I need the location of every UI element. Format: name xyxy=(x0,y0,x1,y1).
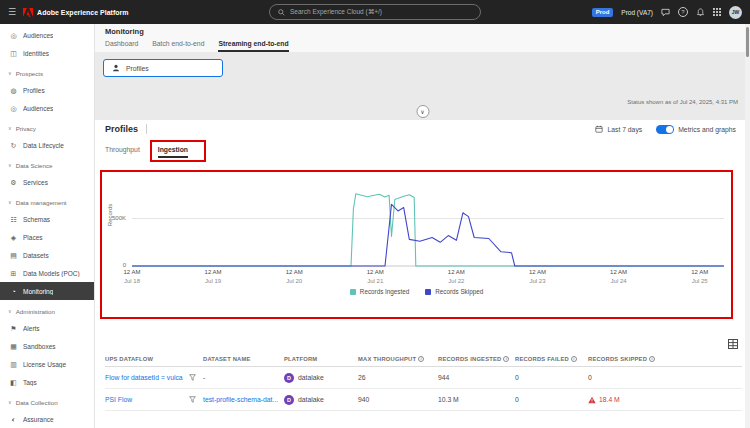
environment-badge[interactable]: Prod xyxy=(592,8,614,17)
tab-throughput[interactable]: Throughput xyxy=(105,146,140,158)
sidebar-item-data-models[interactable]: ⊞Data Models (POC) xyxy=(0,264,94,282)
data-lifecycle-icon: ↻ xyxy=(9,142,18,149)
table-row[interactable]: PSI Flow test-profile-schema-dat... Ddat… xyxy=(105,389,742,411)
feedback-icon[interactable] xyxy=(661,8,670,17)
search-placeholder: Search Experience Cloud (⌘+/) xyxy=(290,8,382,16)
topbar-right: Prod Prod (VA7) ? JW xyxy=(592,6,742,19)
x-tick: 12 AMJul 24 xyxy=(602,268,636,286)
tab-dashboard[interactable]: Dashboard xyxy=(105,40,138,52)
datasets-icon: ▤ xyxy=(9,252,18,259)
profiles-filter-chip[interactable]: Profiles xyxy=(103,59,223,77)
sidebar-item-assurance[interactable]: ◐Assurance xyxy=(0,410,94,428)
alerts-icon: ⚑ xyxy=(9,325,18,332)
sidebar-item-profiles[interactable]: ◍Profiles xyxy=(0,81,94,99)
date-range-picker[interactable]: Last 7 days xyxy=(595,125,642,133)
max-throughput-cell: 940 xyxy=(358,396,438,403)
dataset-cell: - xyxy=(203,374,284,381)
tab-streaming-end-to-end[interactable]: Streaming end-to-end xyxy=(218,40,288,52)
x-tick: 12 AMJul 22 xyxy=(439,268,473,286)
search-icon xyxy=(278,9,285,16)
hamburger-menu-icon[interactable]: ☰ xyxy=(8,8,16,17)
records-ingested-cell: 10.3 M xyxy=(438,396,515,403)
col-records-skipped: RECORDS SKIPPEDi xyxy=(588,356,742,362)
global-search-input[interactable]: Search Experience Cloud (⌘+/) xyxy=(269,4,481,20)
license-usage-icon: ▥ xyxy=(9,361,18,368)
filter-funnel-icon[interactable] xyxy=(189,396,203,403)
records-ingested-cell: 944 xyxy=(438,374,515,381)
sidebar-item-services[interactable]: ⚙Services xyxy=(0,173,94,191)
annotation-box-chart: Records 500K 0 12 AMJul 18 12 AMJul 19 1… xyxy=(100,170,733,319)
sidebar-item-sandboxes[interactable]: ▦Sandboxes xyxy=(0,337,94,355)
sidebar-item-schemas[interactable]: ☷Schemas xyxy=(0,210,94,228)
max-throughput-cell: 26 xyxy=(358,374,438,381)
sidebar-section-data-science[interactable]: ∨Data Science xyxy=(0,154,94,173)
sidebar-item-data-lifecycle[interactable]: ↻Data Lifecycle xyxy=(0,136,94,154)
apps-icon[interactable] xyxy=(713,8,721,16)
profiles-tabs: Throughput Ingestion xyxy=(105,146,188,158)
legend-swatch-teal xyxy=(350,289,356,295)
services-icon: ⚙ xyxy=(9,179,18,186)
sidebar-item-tags[interactable]: ◧Tags xyxy=(0,373,94,391)
status-text: Status shown as of Jul 24, 2025, 4:31 PM xyxy=(627,99,738,105)
bell-icon[interactable] xyxy=(696,8,705,17)
sidebar-section-prospects[interactable]: ∨Prospects xyxy=(0,62,94,81)
sidebar-item-alerts[interactable]: ⚑Alerts xyxy=(0,319,94,337)
col-records-failed: RECORDS FAILEDi xyxy=(515,356,588,362)
x-tick: 12 AMJul 21 xyxy=(358,268,392,286)
tags-icon: ◧ xyxy=(9,379,18,386)
page-scrollbar[interactable] xyxy=(745,24,750,428)
tab-ingestion[interactable]: Ingestion xyxy=(158,146,188,158)
sandboxes-icon: ▦ xyxy=(9,343,18,350)
dataflow-link[interactable]: PSI Flow xyxy=(105,396,189,403)
chevron-down-icon: ∨ xyxy=(8,400,12,405)
sidebar-item-identities[interactable]: ◫Identities xyxy=(0,44,94,62)
records-skipped-line xyxy=(132,204,724,266)
profiles-controls: Last 7 days Metrics and graphs xyxy=(595,125,736,134)
sidebar-section-administration[interactable]: ∨Administration xyxy=(0,300,94,319)
filter-funnel-icon[interactable] xyxy=(189,374,203,381)
records-failed-cell: 0 xyxy=(515,396,588,403)
sidebar-section-privacy[interactable]: ∨Privacy xyxy=(0,117,94,136)
collapse-section-button[interactable]: ∨ xyxy=(416,105,429,118)
datalake-icon: D xyxy=(284,373,294,383)
metrics-toggle[interactable] xyxy=(656,125,674,134)
chip-label: Profiles xyxy=(126,65,149,72)
monitoring-icon: ◔ xyxy=(9,288,18,295)
col-max-throughput: MAX THROUGHPUTi xyxy=(358,356,438,362)
top-bar: ☰ Adobe Experience Platform Search Exper… xyxy=(0,0,750,24)
sidebar-item-license-usage[interactable]: ▥License Usage xyxy=(0,355,94,373)
sidebar-item-places[interactable]: ◈Places xyxy=(0,228,94,246)
sidebar-item-datasets[interactable]: ▤Datasets xyxy=(0,246,94,264)
sandbox-name[interactable]: Prod (VA7) xyxy=(621,9,653,16)
sidebar-item-audiences-2[interactable]: ◎Audiences xyxy=(0,99,94,117)
dataflow-link[interactable]: Flow for datasetId = vulca xyxy=(105,374,189,381)
chart-legend: Records Ingested Records Skipped xyxy=(102,288,731,295)
platform-cell: Ddatalake xyxy=(284,373,358,383)
sidebar-item-audiences[interactable]: ◎Audiences xyxy=(0,26,94,44)
legend-records-skipped[interactable]: Records Skipped xyxy=(425,288,483,295)
dataset-link[interactable]: test-profile-schema-dat... xyxy=(203,396,284,403)
col-records-ingested: RECORDS INGESTEDi xyxy=(438,356,515,362)
help-icon[interactable]: ? xyxy=(678,7,688,17)
info-icon[interactable]: i xyxy=(503,356,509,362)
records-failed-cell: 0 xyxy=(515,374,588,381)
info-icon[interactable]: i xyxy=(649,356,655,362)
platform-cell: Ddatalake xyxy=(284,395,358,405)
records-ingested-line xyxy=(132,194,724,266)
monitoring-table: UPS DATAFLOW DATASET NAME PLATFORM MAX T… xyxy=(105,351,742,411)
scrollbar-thumb[interactable] xyxy=(746,27,749,57)
sidebar-item-monitoring[interactable]: ◔Monitoring xyxy=(0,282,94,300)
table-row[interactable]: Flow for datasetId = vulca - Ddatalake 2… xyxy=(105,367,742,389)
sidebar-section-data-management[interactable]: ∨Data management xyxy=(0,191,94,210)
legend-records-ingested[interactable]: Records Ingested xyxy=(350,288,409,295)
info-icon[interactable]: i xyxy=(418,356,424,362)
tab-batch-end-to-end[interactable]: Batch end-to-end xyxy=(152,40,204,52)
avatar[interactable]: JW xyxy=(729,6,742,19)
chevron-down-icon: ∨ xyxy=(8,126,12,131)
sidebar-section-data-collection[interactable]: ∨Data Collection xyxy=(0,391,94,410)
page-title: Monitoring xyxy=(105,27,740,36)
profiles-icon: ◍ xyxy=(9,87,18,94)
toggle-label: Metrics and graphs xyxy=(678,126,736,133)
info-icon[interactable]: i xyxy=(571,356,577,362)
chevron-down-icon: ∨ xyxy=(8,200,12,205)
